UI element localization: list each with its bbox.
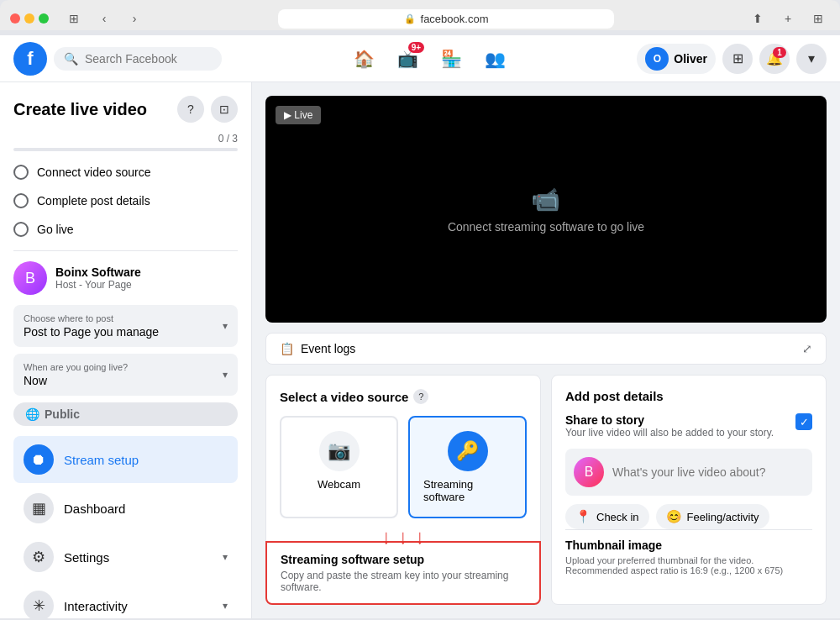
source-option-streaming[interactable]: 🔑 Streaming software xyxy=(408,416,527,518)
video-nav-button[interactable]: 📺 9+ xyxy=(387,39,428,79)
video-placeholder: 📹 Connect streaming software to go live xyxy=(448,186,644,234)
dashboard-label: Dashboard xyxy=(64,502,125,516)
sidebar-item-dashboard[interactable]: ▦ Dashboard xyxy=(13,485,238,532)
share-button[interactable]: ⬆ xyxy=(746,7,769,30)
sidebar-item-settings[interactable]: ⚙ Settings ▾ xyxy=(13,533,238,581)
step-radio-1 xyxy=(13,165,29,180)
step-radio-3 xyxy=(13,222,29,237)
thumbnail-title: Thumbnail image xyxy=(565,539,812,552)
post-where-dropdown[interactable]: Choose where to post Post to Page you ma… xyxy=(13,305,238,347)
address-bar[interactable]: 🔒 facebook.com xyxy=(278,9,614,29)
new-tab-button[interactable]: + xyxy=(776,7,800,30)
check-in-button[interactable]: 📍 Check in xyxy=(565,504,649,529)
profile-button[interactable]: O Oliver xyxy=(637,44,716,74)
post-where-label: Choose where to post xyxy=(24,313,228,323)
video-label-text: ▶ Live xyxy=(284,109,312,121)
facebook-logo: f xyxy=(13,42,47,76)
home-nav-button[interactable]: 🏠 xyxy=(344,39,384,79)
event-logs-label: Event logs xyxy=(301,342,355,355)
settings-label: Settings xyxy=(64,550,109,565)
grid-button[interactable]: ⊞ xyxy=(806,7,830,30)
step-complete-post: Complete post details xyxy=(13,187,238,215)
sidebar-item-stream-setup[interactable]: ⏺ Stream setup xyxy=(13,436,238,483)
right-content: ▶ Live 📹 Connect streaming software to g… xyxy=(252,82,840,618)
sidebar-item-interactivity[interactable]: ✳ Interactivity ▾ xyxy=(13,582,238,618)
expand-icon[interactable]: ⤢ xyxy=(802,342,812,355)
audience-label: Public xyxy=(45,407,80,421)
page-details: Boinx Software Host - Your Page xyxy=(55,265,141,291)
settings-chevron: ▾ xyxy=(223,551,228,563)
webcam-icon: 📷 xyxy=(319,431,360,471)
when-dropdown[interactable]: When are you going live? Now ▾ xyxy=(13,354,238,396)
sidebar: Create live video ? ⊡ 0 / 3 Connect vide… xyxy=(0,82,252,618)
red-arrow-1: ↓ xyxy=(381,525,391,549)
navbar: f 🔍 🏠 📺 9+ 🏪 👥 O Oliver ⊞ 🔔 1 ▾ xyxy=(0,35,840,82)
share-story-row: Share to story Your live video will also… xyxy=(565,413,812,439)
event-logs-left: 📋 Event logs xyxy=(280,342,355,355)
post-panel-title: Add post details xyxy=(565,389,812,403)
post-where-value: Post to Page you manage xyxy=(24,325,228,339)
search-input[interactable] xyxy=(85,52,212,66)
live-avatar: B xyxy=(574,457,604,487)
source-option-webcam[interactable]: 📷 Webcam xyxy=(280,416,398,518)
video-source-panel: Select a video source ? 📷 Webcam 🔑 Strea… xyxy=(265,375,541,605)
progress-label: 0 / 3 xyxy=(13,133,238,144)
sidebar-toggle-button[interactable]: ⊞ xyxy=(62,7,86,30)
video-source-help[interactable]: ? xyxy=(413,389,428,404)
live-about-input[interactable] xyxy=(612,465,804,479)
stream-setup-icon: ⏺ xyxy=(24,444,54,475)
post-where-arrow: ▾ xyxy=(223,320,228,332)
minimize-button[interactable] xyxy=(24,13,34,24)
notifications-button[interactable]: 🔔 1 xyxy=(759,44,790,74)
search-icon: 🔍 xyxy=(64,52,78,66)
post-actions-row: 📍 Check in 😊 Feeling/activity xyxy=(565,504,812,529)
settings-icon: ⚙ xyxy=(24,542,54,572)
step-connect-video: Connect video source xyxy=(13,158,238,187)
interactivity-icon: ✳ xyxy=(24,591,54,618)
back-browser-button[interactable]: ‹ xyxy=(92,7,116,30)
post-details-panel: Add post details Share to story Your liv… xyxy=(551,375,827,605)
help-button[interactable]: ? xyxy=(177,96,204,123)
share-story-desc: Your live video will also be added to yo… xyxy=(565,427,774,439)
live-about-field[interactable]: B xyxy=(565,449,812,496)
account-menu-button[interactable]: ▾ xyxy=(796,44,827,74)
red-arrow-2: ↓ xyxy=(398,525,408,549)
feeling-label: Feeling/activity xyxy=(687,511,759,523)
share-story-heading: Share to story xyxy=(565,413,774,427)
thumbnail-desc: Upload your preferred thumbnail for the … xyxy=(565,555,812,575)
layout-button[interactable]: ⊡ xyxy=(211,96,238,123)
notifications-badge: 1 xyxy=(773,47,786,58)
search-bar[interactable]: 🔍 xyxy=(54,47,222,71)
event-logs-bar: 📋 Event logs ⤢ xyxy=(265,333,827,365)
page-avatar: B xyxy=(13,261,47,295)
camera-icon: 📹 xyxy=(531,186,560,213)
webcam-label: Webcam xyxy=(318,478,360,491)
video-label-button[interactable]: ▶ Live xyxy=(276,106,321,124)
marketplace-nav-button[interactable]: 🏪 xyxy=(431,39,471,79)
source-options: 📷 Webcam 🔑 Streaming software xyxy=(280,416,527,518)
sidebar-header-icons: ? ⊡ xyxy=(177,96,238,123)
step-go-live: Go live xyxy=(13,215,238,244)
page-role: Host - Your Page xyxy=(55,279,141,291)
interactivity-label: Interactivity xyxy=(64,599,128,613)
forward-browser-button[interactable]: › xyxy=(123,7,146,30)
bottom-panels: Select a video source ? 📷 Webcam 🔑 Strea… xyxy=(265,375,827,605)
interactivity-chevron: ▾ xyxy=(223,600,228,612)
groups-nav-button[interactable]: 👥 xyxy=(475,39,515,79)
maximize-button[interactable] xyxy=(39,13,49,24)
streaming-setup-desc: Copy and paste the stream key into your … xyxy=(281,570,526,593)
nav-center: 🏠 📺 9+ 🏪 👥 xyxy=(228,39,630,79)
step-label-2: Complete post details xyxy=(37,194,150,208)
audience-button[interactable]: 🌐 Public xyxy=(13,402,238,426)
page-info: B Boinx Software Host - Your Page xyxy=(13,250,238,305)
step-label-3: Go live xyxy=(37,223,74,236)
step-label-1: Connect video source xyxy=(37,166,150,179)
sidebar-title: Create live video xyxy=(13,100,147,119)
share-story-checkbox[interactable]: ✓ xyxy=(795,413,812,430)
apps-button[interactable]: ⊞ xyxy=(722,44,753,74)
thumbnail-section: Thumbnail image Upload your preferred th… xyxy=(565,529,812,575)
feeling-button[interactable]: 😊 Feeling/activity xyxy=(656,504,769,529)
close-button[interactable] xyxy=(10,13,20,24)
url-text: facebook.com xyxy=(421,13,489,25)
traffic-lights xyxy=(10,13,49,24)
